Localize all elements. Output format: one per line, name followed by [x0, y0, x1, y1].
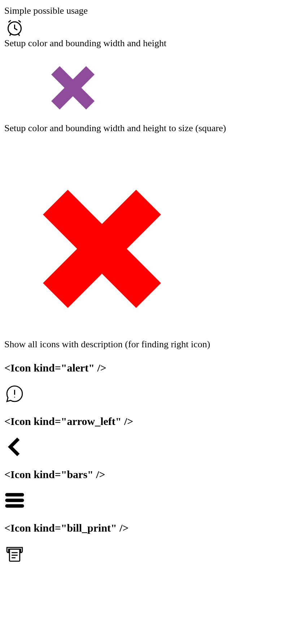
caption-simple-usage: Simple possible usage [4, 4, 302, 17]
icon-heading-alert: <Icon kind="alert" /> [4, 361, 302, 375]
icon-heading-bars: <Icon kind="bars" /> [4, 467, 302, 482]
caption-color-width-height: Setup color and bounding width and heigh… [4, 37, 302, 50]
alert-icon [4, 383, 302, 404]
svg-rect-6 [5, 499, 24, 502]
svg-marker-1 [51, 66, 95, 110]
svg-rect-5 [5, 493, 24, 497]
close-icon [44, 59, 302, 117]
icon-heading-bill-print: <Icon kind="bill_print" /> [4, 521, 302, 536]
bill-print-icon [4, 543, 302, 564]
alarm-icon [4, 18, 302, 37]
bars-icon [4, 490, 302, 511]
arrow-left-icon [4, 437, 302, 457]
caption-show-all: Show all icons with description (for fin… [4, 338, 302, 351]
caption-color-size-square: Setup color and bounding width and heigh… [4, 122, 302, 134]
svg-marker-2 [43, 190, 161, 308]
svg-point-4 [14, 397, 15, 398]
close-icon [27, 174, 302, 323]
icon-heading-arrow-left: <Icon kind="arrow_left" /> [4, 414, 302, 429]
svg-rect-7 [5, 504, 24, 508]
